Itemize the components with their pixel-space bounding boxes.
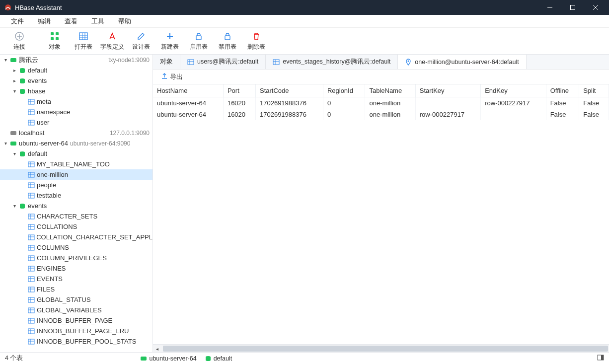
close-button[interactable] [584,0,607,15]
lock-icon [223,31,232,42]
tree-node-innodb-bp[interactable]: INNODB_BUFFER_PAGE [0,315,152,326]
toolbar-field-def[interactable]: 字段定义 [98,29,127,53]
tree-node-collation-cs[interactable]: COLLATION_CHARACTER_SET_APPL [0,232,152,242]
tree-node-user[interactable]: user [0,117,152,128]
menubar: 文件 编辑 查看 工具 帮助 [0,15,609,28]
tree-node-column-priv[interactable]: COLUMN_PRIVILEGES [0,253,152,263]
tab-events-stages[interactable]: events_stages_history@腾讯云:default [266,55,398,69]
horizontal-scrollbar[interactable]: ◂ [153,344,609,352]
table-icon [27,328,36,335]
tree-node-ubuntu[interactable]: ▾ ubuntu-server-64 ubuntu-server-64:9090 [0,138,152,148]
table-icon [27,244,36,251]
col-tablename[interactable]: TableName [365,84,415,97]
tree-node-global-status[interactable]: GLOBAL_STATUS [0,294,152,305]
tree-node-innodb-bp-lru[interactable]: INNODB_BUFFER_PAGE_LRU [0,326,152,336]
chevron-right-icon[interactable]: ▸ [11,68,18,73]
toolbar-disable-table[interactable]: 禁用表 [213,29,242,53]
svg-rect-46 [28,193,34,198]
window-title: HBase Assistant [15,4,538,11]
tree-node-localhost[interactable]: localhost 127.0.0.1:9090 [0,128,152,138]
toolbar-open-table[interactable]: 打开表 [69,29,98,53]
menu-file[interactable]: 文件 [4,15,31,27]
toolbar-enable-table[interactable]: 启用表 [184,29,213,53]
toolbar-design-table[interactable]: 设计表 [127,29,155,53]
chevron-down-icon[interactable]: ▾ [11,88,18,94]
tree-node-engines[interactable]: ENGINES [0,263,152,274]
tree-node-events-t[interactable]: EVENTS [0,274,152,284]
sidebar-tree[interactable]: ▾ 腾讯云 txy-node1:9090 ▸ default ▸ events … [0,55,153,352]
menu-tools[interactable]: 工具 [84,15,111,27]
tab-users[interactable]: users@腾讯云:default [180,55,266,69]
menu-help[interactable]: 帮助 [111,15,138,27]
chevron-right-icon[interactable]: ▸ [11,78,18,83]
chevron-down-icon[interactable]: ▾ [2,57,9,63]
tabs: 对象 users@腾讯云:default events_stages_histo… [153,55,609,70]
tree-node-meta[interactable]: meta [0,96,152,107]
scroll-left-icon[interactable]: ◂ [153,345,161,352]
tree-node-collations[interactable]: COLLATIONS [0,221,152,232]
tree-node-global-vars[interactable]: GLOBAL_VARIABLES [0,305,152,315]
statusbar: 4 个表 ubuntu-server-64 default [0,352,609,364]
database-icon [18,77,27,84]
toolbar-delete-table[interactable]: 删除表 [242,29,271,53]
chevron-down-icon[interactable]: ▾ [2,141,9,146]
toolbar-new-table[interactable]: 新建表 [155,29,184,53]
toolbar-connect[interactable]: 连接 [5,29,34,53]
data-grid[interactable]: HostName Port StartCode RegionId TableNa… [153,84,609,344]
maximize-button[interactable] [561,0,584,15]
chevron-down-icon[interactable]: ▾ [11,151,18,156]
col-startkey[interactable]: StartKey [415,84,480,97]
tree-node-innodb-bp-stats[interactable]: INNODB_BUFFER_POOL_STATS [0,336,152,347]
minimize-button[interactable] [538,0,561,15]
col-offline[interactable]: Offline [546,84,579,97]
export-button[interactable]: 导出 [158,72,186,82]
col-startcode[interactable]: StartCode [255,84,323,97]
tree-node-columns[interactable]: COLUMNS [0,242,152,253]
tab-onemillion[interactable]: one-million@ubuntu-server-64:default [398,55,526,69]
tree-node-character-sets[interactable]: CHARACTER_SETS [0,211,152,221]
col-endkey[interactable]: EndKey [481,84,546,97]
svg-rect-62 [28,256,34,261]
table-icon [27,182,36,189]
tree-node-events2[interactable]: ▾ events [0,201,152,211]
svg-rect-71 [28,287,34,292]
table-row[interactable]: ubuntu-server-64 16020 1702691988376 0 o… [153,97,609,109]
grid-header-row: HostName Port StartCode RegionId TableNa… [153,84,609,97]
tree-node-events1[interactable]: ▸ events [0,75,152,86]
tab-objects[interactable]: 对象 [153,55,180,69]
panel-toggle-icon[interactable] [597,354,604,363]
tree-node-onemillion[interactable]: one-million [0,169,152,180]
tree-node-default1[interactable]: ▸ default [0,65,152,75]
svg-rect-35 [10,142,16,146]
grid-icon [50,31,59,42]
menu-view[interactable]: 查看 [58,15,84,27]
col-regionid[interactable]: RegionId [323,84,365,97]
svg-rect-20 [225,36,230,40]
database-icon [18,67,27,74]
tree-node-people[interactable]: people [0,180,152,190]
svg-rect-8 [51,32,54,35]
table-row[interactable]: ubuntu-server-64 16020 1702691988376 0 o… [153,109,609,120]
tree-node-files[interactable]: FILES [0,284,152,294]
table-icon [27,286,36,293]
menu-edit[interactable]: 编辑 [31,15,58,27]
tree-node-tencent[interactable]: ▾ 腾讯云 txy-node1:9090 [0,55,152,65]
database-icon [205,355,212,362]
col-split[interactable]: Split [579,84,609,97]
svg-rect-9 [56,32,59,35]
server-icon [9,57,18,64]
toolbar-objects[interactable]: 对象 [40,29,69,53]
scrollbar-thumb[interactable] [163,346,608,352]
tree-node-default2[interactable]: ▾ default [0,148,152,159]
col-hostname[interactable]: HostName [153,84,223,97]
table-icon [27,234,35,241]
col-port[interactable]: Port [223,84,255,97]
tree-node-testtable[interactable]: testtable [0,190,152,201]
chevron-down-icon[interactable]: ▾ [11,203,18,209]
svg-rect-50 [28,214,34,219]
tree-node-mytable[interactable]: MY_TABLE_NAME_TOO [0,159,152,169]
table-icon [27,98,36,105]
tree-node-hbase[interactable]: ▾ hbase [0,86,152,96]
table-icon [27,276,36,283]
tree-node-namespace[interactable]: namespace [0,107,152,117]
